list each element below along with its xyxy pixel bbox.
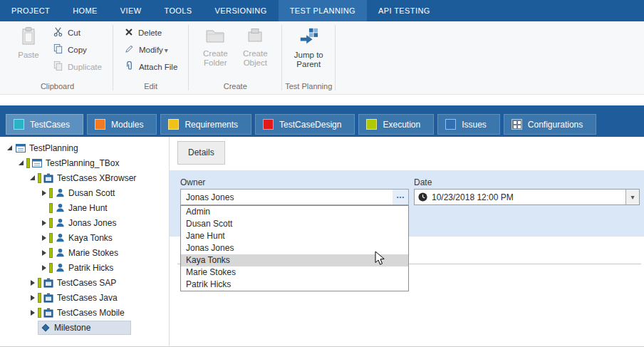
tree-item-patrik-hicks[interactable]: Patrik Hicks (0, 260, 169, 275)
tree-item-marie-stokes[interactable]: Marie Stokes (0, 245, 169, 260)
tree-item-jonas-jones[interactable]: Jonas Jones (0, 215, 169, 230)
collapsed-arrow-icon[interactable] (27, 295, 38, 301)
group-label-clipboard: Clipboard (3, 80, 112, 94)
ribbon-separator (335, 25, 336, 90)
tab-details[interactable]: Details (177, 141, 225, 165)
dropdown-option-jonas-jones[interactable]: Jonas Jones (181, 242, 408, 254)
collapsed-arrow-icon[interactable] (38, 250, 49, 256)
tree-item-testcases-mobile[interactable]: TestCases Mobile (0, 305, 169, 320)
group-label-create: Create (189, 80, 281, 94)
tree-item-testcases-sap[interactable]: TestCases SAP (0, 275, 169, 290)
jump-to-parent-label: Jump to Parent (289, 51, 328, 69)
collapsed-arrow-icon[interactable] (38, 265, 49, 271)
cut-button[interactable]: Cut (48, 25, 106, 40)
module-tab-modules[interactable]: Modules (87, 114, 157, 135)
tree-item-jane-hunt[interactable]: Jane Hunt (0, 200, 169, 215)
tree-item-testcases-java[interactable]: TestCases Java (0, 290, 169, 305)
menu-tab-project[interactable]: PROJECT (0, 0, 61, 21)
modify-label: Modify (139, 46, 168, 54)
dropdown-option-dusan-scott[interactable]: Dusan Scott (181, 218, 408, 230)
module-tab-requirements[interactable]: Requirements (160, 114, 251, 135)
copy-icon (53, 43, 63, 56)
ellipsis-button[interactable] (393, 190, 408, 204)
collapsed-arrow-icon[interactable] (38, 220, 49, 226)
priority-bar-icon (26, 158, 30, 168)
menu-tab-home[interactable]: HOME (61, 0, 109, 21)
dropdown-option-kaya-tonks[interactable]: Kaya Tonks (181, 254, 408, 266)
delete-button[interactable]: Delete (120, 25, 182, 40)
collapsed-arrow-icon[interactable] (27, 280, 38, 286)
expanded-arrow-icon[interactable] (27, 175, 38, 180)
tree-item-label: TestCases XBrowser (57, 173, 136, 183)
module-tab-testcases[interactable]: TestCases (6, 114, 83, 135)
requirements-icon (168, 119, 179, 130)
attach-file-button[interactable]: Attach File (120, 59, 182, 74)
module-tab-label: Configurations (528, 120, 583, 130)
expanded-arrow-icon[interactable] (4, 145, 15, 150)
copy-button[interactable]: Copy (48, 42, 106, 57)
tree-item-testplanning-tbox[interactable]: TestPlanning_TBox (0, 155, 169, 170)
tree-item-label: TestPlanning (29, 143, 78, 153)
details-panel: Details Owner Jonas Jones Date 10/23/201… (170, 137, 644, 346)
main-content: TestPlanning TestPlanning_TBox TestCases… (0, 137, 644, 346)
menu-tab-tools[interactable]: TOOLS (152, 0, 203, 21)
owner-combobox[interactable]: Jonas Jones (180, 189, 409, 205)
testcase-folder-icon (43, 292, 54, 304)
priority-bar-icon (38, 308, 41, 318)
module-tab-testcasedesign[interactable]: TestCaseDesign (255, 114, 355, 135)
create-object-button[interactable]: Create Object (235, 24, 275, 68)
collapsed-arrow-icon[interactable] (38, 190, 49, 196)
tree-item-label: Patrik Hicks (68, 263, 113, 273)
tree-item-testcases-xbrowser[interactable]: TestCases XBrowser (0, 170, 169, 185)
tree-item-milestone[interactable]: Milestone (0, 320, 169, 335)
ribbon-toolbar: Paste Cut Copy (0, 21, 644, 95)
module-tab-issues[interactable]: Issues (437, 114, 500, 135)
priority-bar-icon (49, 263, 53, 273)
module-tab-configurations[interactable]: Configurations (504, 114, 596, 135)
ribbon-group-create: Create Folder Create Object Create (189, 21, 281, 94)
tree-item-label: TestCases Java (57, 293, 118, 303)
dropdown-option-jane-hunt[interactable]: Jane Hunt (181, 230, 408, 242)
tree-item-label: Marie Stokes (68, 248, 118, 258)
duplicate-button[interactable]: Duplicate (48, 59, 106, 74)
module-tab-label: TestCaseDesign (279, 120, 341, 130)
date-dropdown-button[interactable] (625, 190, 639, 204)
ribbon-separator (113, 25, 113, 90)
group-label-test-planning: Test Planning (283, 80, 334, 94)
tree-item-testplanning[interactable]: TestPlanning (0, 140, 169, 155)
cut-label: Cut (68, 29, 80, 37)
module-tab-execution[interactable]: Execution (358, 114, 434, 135)
testcase-folder-icon (43, 277, 54, 289)
module-tab-bar: TestCases Modules Requirements TestCaseD… (0, 105, 644, 137)
paste-button[interactable]: Paste (9, 24, 48, 60)
menu-tab-versioning[interactable]: VERSIONING (204, 0, 279, 21)
dropdown-option-admin[interactable]: Admin (181, 206, 408, 218)
menu-tab-test-planning[interactable]: TEST PLANNING (279, 0, 367, 21)
modules-icon (95, 119, 105, 130)
modify-button[interactable]: Modify (120, 42, 182, 57)
date-picker-field[interactable]: 10/23/2018 12:00 PM (414, 189, 640, 205)
delete-label: Delete (138, 29, 162, 37)
tree-item-dusan-scott[interactable]: Dusan Scott (0, 185, 169, 200)
menu-tab-api-testing[interactable]: API TESTING (367, 0, 442, 21)
testcase-folder-icon (43, 172, 54, 184)
jump-to-parent-button[interactable]: Jump to Parent (289, 24, 328, 70)
ribbon-separator (281, 25, 282, 90)
create-folder-button[interactable]: Create Folder (195, 24, 235, 68)
menu-tab-view[interactable]: VIEW (109, 0, 153, 21)
person-icon (54, 217, 66, 229)
ribbon-group-test-planning: Jump to Parent Test Planning (283, 21, 334, 94)
clock-icon (417, 192, 428, 202)
tree-item-label: TestCases SAP (57, 278, 116, 288)
priority-bar-icon (49, 218, 53, 228)
tree-item-kaya-tonks[interactable]: Kaya Tonks (0, 230, 169, 245)
expanded-arrow-icon[interactable] (16, 160, 26, 165)
dropdown-option-patrik-hicks[interactable]: Patrik Hicks (181, 279, 408, 291)
dropdown-option-marie-stokes[interactable]: Marie Stokes (181, 266, 408, 279)
testcase-folder-icon (43, 307, 54, 318)
milestone-diamond-icon (40, 322, 51, 333)
collapsed-arrow-icon[interactable] (27, 310, 38, 316)
configurations-icon (511, 119, 522, 130)
ribbon-gap (0, 95, 644, 105)
collapsed-arrow-icon[interactable] (38, 235, 49, 241)
